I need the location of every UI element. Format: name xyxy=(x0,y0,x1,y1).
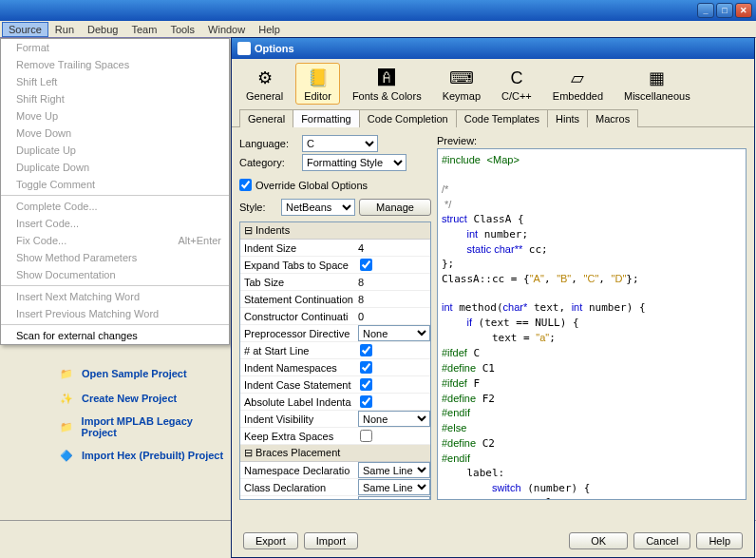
close-button[interactable]: ✕ xyxy=(735,3,752,18)
menu-item[interactable]: Shift Left xyxy=(1,73,229,90)
menu-item[interactable]: Insert Code... xyxy=(1,215,229,232)
category-select[interactable]: Formatting Style xyxy=(302,154,406,171)
menu-team[interactable]: Team xyxy=(124,22,163,37)
menu-item[interactable]: Duplicate Down xyxy=(1,159,229,176)
settings-row: Preprocessor DirectiveNone xyxy=(240,325,430,342)
tab-macros[interactable]: Macros xyxy=(587,109,638,127)
settings-row: Indent Case Statement xyxy=(240,376,430,394)
menu-item[interactable]: Fix Code...Alt+Enter xyxy=(1,232,229,249)
ok-button[interactable]: OK xyxy=(569,532,628,549)
setting-select[interactable]: Same Line xyxy=(358,496,430,500)
settings-row: Tab Size xyxy=(240,274,430,291)
menubar: SourceRunDebugTeamToolsWindowHelp xyxy=(0,21,756,38)
menu-item[interactable]: Duplicate Up xyxy=(1,142,229,159)
toolbar-fontscolors[interactable]: 🅰Fonts & Colors xyxy=(344,63,430,105)
setting-checkbox[interactable] xyxy=(360,430,372,442)
settings-row: Keep Extra Spaces xyxy=(240,428,430,445)
toolbar-cc[interactable]: CC/C++ xyxy=(493,63,540,105)
setting-select[interactable]: None xyxy=(358,325,430,341)
manage-button[interactable]: Manage xyxy=(359,199,431,216)
settings-row: Namespace DeclaratioSame Line xyxy=(240,462,430,479)
settings-row: Indent Size xyxy=(240,240,430,257)
menu-item[interactable]: Complete Code... xyxy=(1,198,229,215)
menu-tools[interactable]: Tools xyxy=(163,22,201,37)
style-select[interactable]: NetBeans xyxy=(281,199,355,216)
menu-item[interactable]: Move Down xyxy=(1,125,229,142)
category-label: Category: xyxy=(239,157,298,168)
toolbar-general[interactable]: ⚙General xyxy=(237,63,292,105)
menu-item[interactable]: Remove Trailing Spaces xyxy=(1,56,229,73)
import-button[interactable]: Import xyxy=(304,532,358,549)
tab-code-completion[interactable]: Code Completion xyxy=(359,109,457,127)
override-global-checkbox[interactable] xyxy=(239,179,252,191)
setting-select[interactable]: Same Line xyxy=(358,479,430,495)
menu-item[interactable]: Show Method Parameters xyxy=(1,249,229,266)
folder-icon: 📁 xyxy=(57,419,76,434)
setting-input[interactable] xyxy=(358,309,430,324)
setting-checkbox[interactable] xyxy=(360,395,372,408)
cancel-button[interactable]: Cancel xyxy=(633,532,690,549)
project-link[interactable]: ✨Create New Project xyxy=(57,386,228,411)
hex-icon: 🔷 xyxy=(57,448,76,463)
menu-source[interactable]: Source xyxy=(2,22,48,37)
menu-item[interactable]: Shift Right xyxy=(1,90,229,107)
options-dialog: Options ⚙General📒Editor🅰Fonts & Colors⌨K… xyxy=(231,37,755,558)
setting-select[interactable]: Same Line xyxy=(358,462,430,478)
help-button[interactable]: Help xyxy=(696,532,743,549)
menu-item[interactable]: Show Documentation xyxy=(1,266,229,283)
tab-hints[interactable]: Hints xyxy=(547,109,588,127)
menu-item[interactable]: Format xyxy=(1,39,229,56)
setting-key: Indent Namespaces xyxy=(240,362,358,374)
options-toolbar: ⚙General📒Editor🅰Fonts & Colors⌨KeymapCC/… xyxy=(232,59,754,108)
setting-key: Constructor Continuati xyxy=(240,311,358,322)
minimize-button[interactable]: _ xyxy=(697,3,714,18)
settings-group-header[interactable]: ⊟ Braces Placement xyxy=(240,445,430,462)
dialog-titlebar: Options xyxy=(232,38,754,59)
menu-window[interactable]: Window xyxy=(201,22,252,37)
dialog-button-bar: Export Import OK Cancel Help xyxy=(232,532,754,549)
editor-tabstrip: GeneralFormattingCode CompletionCode Tem… xyxy=(232,108,754,127)
setting-checkbox[interactable] xyxy=(360,361,372,374)
setting-input[interactable] xyxy=(358,292,430,307)
style-label: Style: xyxy=(239,202,277,213)
settings-tree[interactable]: ⊟ IndentsIndent SizeExpand Tabs to Space… xyxy=(239,221,431,500)
settings-row: Indent Namespaces xyxy=(240,359,430,376)
menu-item[interactable]: Toggle Comment xyxy=(1,176,229,193)
settings-group-header[interactable]: ⊟ Indents xyxy=(240,222,430,240)
menu-item[interactable]: Insert Previous Matching Word xyxy=(1,305,229,322)
tab-formatting[interactable]: Formatting xyxy=(293,109,360,127)
toolbar-keymap[interactable]: ⌨Keymap xyxy=(434,63,489,105)
setting-checkbox[interactable] xyxy=(360,378,372,391)
setting-checkbox[interactable] xyxy=(360,344,372,356)
menu-run[interactable]: Run xyxy=(48,22,81,37)
maximize-button[interactable]: □ xyxy=(716,3,733,18)
menu-debug[interactable]: Debug xyxy=(81,22,124,37)
project-link[interactable]: 🔷Import Hex (Prebuilt) Project xyxy=(57,443,228,468)
export-button[interactable]: Export xyxy=(243,532,298,549)
tab-general[interactable]: General xyxy=(239,109,293,127)
setting-input[interactable] xyxy=(358,241,430,256)
setting-key: Indent Case Statement xyxy=(240,379,358,391)
setting-key: Expand Tabs to Space xyxy=(240,260,358,271)
menu-help[interactable]: Help xyxy=(252,22,287,37)
menu-item[interactable]: Move Up xyxy=(1,107,229,125)
setting-checkbox[interactable] xyxy=(360,259,372,271)
tab-code-templates[interactable]: Code Templates xyxy=(456,109,548,127)
menu-item[interactable]: Scan for external changes xyxy=(1,327,229,344)
toolbar-miscellaneous[interactable]: ▦Miscellaneous xyxy=(615,63,699,105)
settings-row: Statement Continuation xyxy=(240,291,430,308)
formatting-left-column: Language: C Category: Formatting Style O… xyxy=(239,135,431,500)
toolbar-editor[interactable]: 📒Editor xyxy=(295,63,340,105)
setting-input[interactable] xyxy=(358,275,430,290)
preview-label: Preview: xyxy=(437,135,747,146)
project-link[interactable]: 📁Import MPLAB Legacy Project xyxy=(57,411,228,443)
menu-item[interactable]: Insert Next Matching Word xyxy=(1,288,229,305)
setting-key: Indent Visibility xyxy=(240,414,358,425)
settings-row: Function DeclarationSame Line xyxy=(240,496,430,500)
project-link[interactable]: 📁Open Sample Project xyxy=(57,361,228,386)
setting-key: Statement Continuation xyxy=(240,294,358,305)
setting-select[interactable]: None xyxy=(358,411,430,427)
toolbar-embedded[interactable]: ▱Embedded xyxy=(544,63,612,105)
language-select[interactable]: C xyxy=(302,135,378,152)
setting-key: Class Declaration xyxy=(240,482,358,493)
